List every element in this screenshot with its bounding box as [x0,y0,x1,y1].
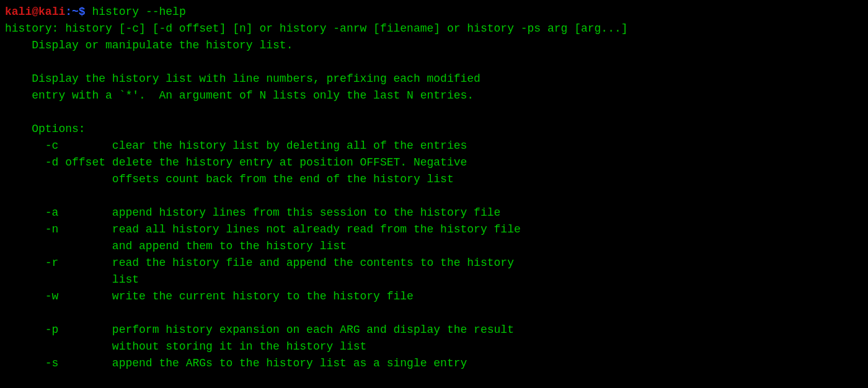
output-line-1: history: history [-c] [-d offset] [n] or… [5,22,628,35]
output-line-7: -d offset delete the history entry at po… [5,156,467,169]
output-line-10: -n read all history lines not already re… [5,223,521,236]
prompt-user: kali [5,6,32,18]
prompt-colon-path: :~ [65,6,79,18]
output-line-6: -c clear the history list by deleting al… [5,139,467,152]
output-line-16: without storing it in the history list [5,340,366,353]
output-line-2: Display or manipulate the history list. [5,39,293,51]
prompt-host: kali [38,6,65,18]
command-input[interactable]: history --help [92,6,185,18]
output-line-15: -p perform history expansion on each ARG… [5,324,514,336]
output-line-17: -s append the ARGs to the history list a… [5,357,467,369]
output-line-5: Options: [5,123,86,135]
output-line-11: and append them to the history list [5,240,347,252]
output-line-8: offsets count back from the end of the h… [5,173,454,185]
output-line-12: -r read the history file and append the … [5,257,514,269]
output-line-4: entry with a `*'. An argument of N lists… [5,89,474,102]
prompt-dollar: $ [79,6,86,18]
output-line-9: -a append history lines from this sessio… [5,206,500,219]
output-line-3: Display the history list with line numbe… [5,73,480,85]
output-line-13: list [5,273,139,286]
prompt-at: @ [32,6,38,18]
output-line-14: -w write the current history to the hist… [5,290,414,302]
